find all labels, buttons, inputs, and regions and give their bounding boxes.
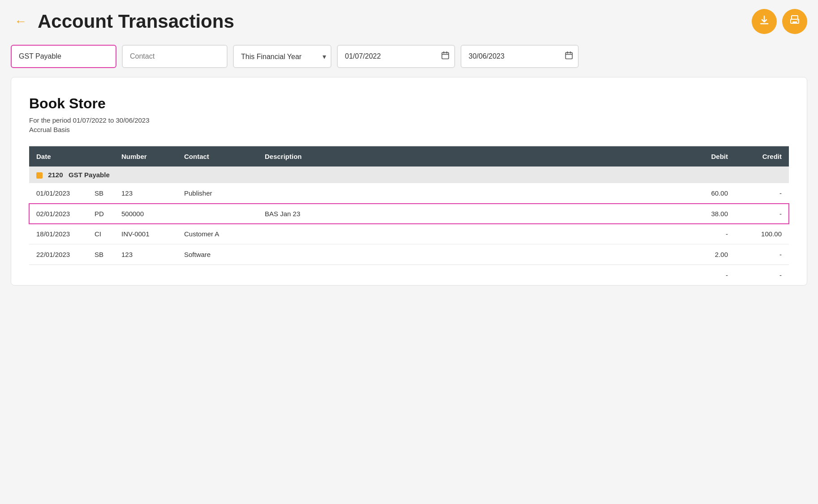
cell-date: 02/01/2023: [29, 204, 87, 224]
cell-type: PD: [87, 204, 114, 224]
cell-date: 18/01/2023: [29, 224, 87, 244]
print-icon: [789, 15, 800, 28]
page-title: Account Transactions: [38, 11, 234, 32]
svg-rect-0: [792, 16, 798, 19]
cell-credit: -: [735, 183, 789, 204]
print-button[interactable]: [782, 9, 807, 34]
section-row-gst-payable: 2120 GST Payable: [29, 167, 789, 183]
cell-type: SB: [87, 244, 114, 265]
cell-description: BAS Jan 23: [258, 204, 681, 224]
col-header-type: [87, 146, 114, 167]
cell-debit: 38.00: [681, 204, 735, 224]
page-header: ← Account Transactions: [11, 9, 807, 34]
col-header-debit: Debit: [681, 146, 735, 167]
cell-description: [258, 244, 681, 265]
total-spacer4: [258, 265, 681, 286]
date-from-input[interactable]: [337, 45, 455, 68]
date-to-wrapper: [461, 45, 579, 68]
download-button[interactable]: [752, 9, 777, 34]
cell-debit: 60.00: [681, 183, 735, 204]
filter-bar: This Financial Year Last Financial Year …: [11, 45, 807, 68]
total-spacer: [87, 265, 114, 286]
report-basis: Accrual Basis: [29, 126, 789, 133]
col-header-description: Description: [258, 146, 681, 167]
table-row: 22/01/2023 SB 123 Software 2.00 -: [29, 244, 789, 265]
cell-number: INV-0001: [114, 224, 177, 244]
col-header-credit: Credit: [735, 146, 789, 167]
col-header-date: Date: [29, 146, 87, 167]
table-header-row: Date Number Contact Description Debit Cr…: [29, 146, 789, 167]
cell-contact: Software: [177, 244, 258, 265]
cell-description: [258, 224, 681, 244]
cell-description: [258, 183, 681, 204]
total-spacer3: [177, 265, 258, 286]
cell-credit: -: [735, 244, 789, 265]
table-total-row: - -: [29, 265, 789, 286]
col-header-number: Number: [114, 146, 177, 167]
cell-date: 22/01/2023: [29, 244, 87, 265]
total-credit: -: [735, 265, 789, 286]
contact-input[interactable]: [122, 45, 228, 68]
cell-contact: Customer A: [177, 224, 258, 244]
company-name: Book Store: [29, 95, 789, 112]
period-select[interactable]: This Financial Year Last Financial Year …: [233, 45, 332, 68]
cell-credit: -: [735, 204, 789, 224]
cell-debit: 2.00: [681, 244, 735, 265]
download-icon: [759, 15, 770, 28]
cell-contact: [177, 204, 258, 224]
header-left: ← Account Transactions: [11, 11, 234, 32]
total-label: [29, 265, 87, 286]
svg-rect-2: [792, 21, 797, 24]
table-row: 01/01/2023 SB 123 Publisher 60.00 -: [29, 183, 789, 204]
table-row: 18/01/2023 CI INV-0001 Customer A - 100.…: [29, 224, 789, 244]
transactions-table: Date Number Contact Description Debit Cr…: [29, 146, 789, 285]
cell-contact: Publisher: [177, 183, 258, 204]
svg-point-3: [797, 20, 798, 21]
main-card: Book Store For the period 01/07/2022 to …: [11, 77, 807, 286]
section-name: GST Payable: [69, 171, 110, 179]
section-code: 2120: [48, 171, 63, 179]
cell-number: 123: [114, 244, 177, 265]
section-accent-icon: [36, 172, 43, 179]
cell-type: SB: [87, 183, 114, 204]
cell-number: 500000: [114, 204, 177, 224]
section-label: 2120 GST Payable: [29, 167, 789, 183]
back-icon: ←: [14, 14, 27, 29]
cell-credit: 100.00: [735, 224, 789, 244]
table-row-highlighted[interactable]: 02/01/2023 PD 500000 BAS Jan 23 38.00 -: [29, 204, 789, 224]
report-period: For the period 01/07/2022 to 30/06/2023: [29, 116, 789, 124]
period-select-wrapper: This Financial Year Last Financial Year …: [233, 45, 332, 68]
cell-type: CI: [87, 224, 114, 244]
cell-number: 123: [114, 183, 177, 204]
total-spacer2: [114, 265, 177, 286]
date-to-input[interactable]: [461, 45, 579, 68]
account-input[interactable]: [11, 45, 116, 68]
cell-debit: -: [681, 224, 735, 244]
col-header-contact: Contact: [177, 146, 258, 167]
cell-date: 01/01/2023: [29, 183, 87, 204]
date-from-wrapper: [337, 45, 455, 68]
total-debit: -: [681, 265, 735, 286]
back-button[interactable]: ←: [11, 12, 30, 31]
header-actions: [752, 9, 807, 34]
